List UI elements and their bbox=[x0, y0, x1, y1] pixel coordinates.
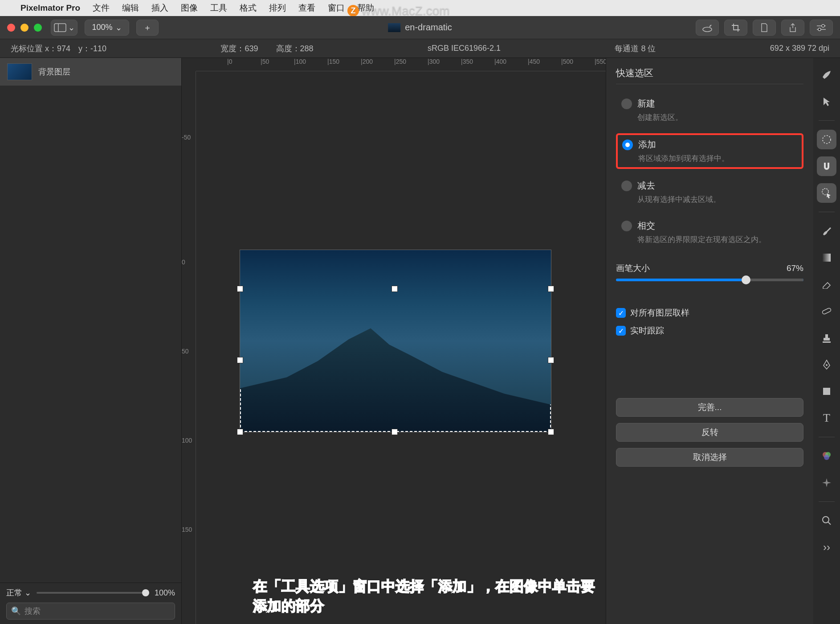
opacity-value: 100% bbox=[155, 588, 175, 598]
svg-point-6 bbox=[818, 28, 821, 31]
tool-repair[interactable] bbox=[817, 301, 836, 321]
bandage-icon bbox=[821, 307, 832, 316]
selection-mode-add[interactable]: 添加 将区域添加到现有选择中。 bbox=[616, 133, 803, 169]
document-title: en-dramatic bbox=[388, 22, 452, 33]
selection-mode-subtract[interactable]: 减去 从现有选择中减去区域。 bbox=[616, 175, 803, 209]
menu-view[interactable]: 查看 bbox=[298, 2, 315, 14]
deselect-button[interactable]: 取消选择 bbox=[616, 448, 803, 467]
blend-mode-dropdown[interactable]: 正常 ⌄ bbox=[6, 587, 31, 598]
layer-search-input[interactable]: 🔍 搜索 bbox=[6, 603, 175, 620]
layer-name: 背景图层 bbox=[38, 66, 70, 77]
tool-color-adjust[interactable] bbox=[817, 446, 836, 466]
selection-mode-intersect[interactable]: 相交 将新选区的界限限定在现有选区之内。 bbox=[616, 215, 803, 249]
svg-point-4 bbox=[822, 25, 824, 27]
tool-clone[interactable] bbox=[817, 328, 836, 348]
tool-marquee-select[interactable] bbox=[817, 130, 836, 149]
tool-gradient[interactable] bbox=[817, 248, 836, 267]
selection-handle[interactable] bbox=[548, 286, 554, 292]
marquee-icon bbox=[821, 134, 832, 145]
brush-size-slider[interactable] bbox=[616, 279, 803, 281]
selection-handle[interactable] bbox=[237, 357, 243, 363]
toggle-sidebar-button[interactable]: ⌄ bbox=[51, 20, 77, 36]
type-icon: T bbox=[823, 411, 830, 425]
share-icon bbox=[788, 23, 797, 33]
menu-file[interactable]: 文件 bbox=[93, 2, 110, 14]
selection-marquee bbox=[240, 323, 551, 432]
checkbox-icon: ✓ bbox=[616, 326, 626, 336]
app-menu[interactable]: Pixelmator Pro bbox=[20, 3, 80, 13]
tool-quick-select[interactable] bbox=[817, 183, 836, 203]
radio-icon bbox=[622, 140, 633, 150]
tool-styles[interactable] bbox=[817, 65, 836, 85]
stamp-icon bbox=[822, 333, 832, 343]
add-button[interactable]: ＋ bbox=[136, 20, 159, 36]
selection-handle[interactable] bbox=[548, 357, 554, 363]
menu-image[interactable]: 图像 bbox=[181, 2, 198, 14]
window-titlebar: ⌄ 100%⌄ ＋ en-dramatic bbox=[0, 16, 840, 39]
arrow-icon bbox=[822, 96, 831, 107]
tool-pen[interactable] bbox=[817, 355, 836, 374]
canvas-area[interactable]: |0 |50 |100 |150 |200 |250 |300 |350 |40… bbox=[182, 58, 606, 624]
sidebar-icon bbox=[54, 23, 66, 32]
menu-insert[interactable]: 插入 bbox=[151, 2, 168, 14]
export-button[interactable] bbox=[753, 20, 776, 36]
watermark-icon: Z bbox=[347, 5, 359, 16]
document-thumb-icon bbox=[388, 23, 400, 32]
paint-icon bbox=[821, 69, 832, 81]
svg-point-2 bbox=[703, 27, 712, 32]
sample-all-layers-checkbox[interactable]: ✓ 对所有图层取样 bbox=[616, 307, 803, 319]
tutorial-caption: 在「工具选项」窗口中选择「添加」，在图像中单击要添加的部分 bbox=[253, 577, 606, 616]
brush-size-label: 画笔大小 bbox=[616, 263, 650, 274]
svg-point-11 bbox=[826, 364, 828, 366]
svg-point-16 bbox=[823, 517, 829, 523]
invert-selection-button[interactable]: 反转 bbox=[616, 423, 803, 442]
layer-item[interactable]: 背景图层 bbox=[0, 58, 181, 86]
opacity-slider[interactable] bbox=[37, 592, 149, 594]
document-info-bar: 光标位置 x：974 y：-110 宽度：639 高度：288 sRGB IEC… bbox=[0, 39, 840, 58]
svg-point-7 bbox=[823, 135, 831, 144]
selection-mode-new[interactable]: 新建 创建新选区。 bbox=[616, 93, 803, 127]
window-controls bbox=[7, 24, 42, 32]
selection-handle[interactable] bbox=[237, 286, 243, 292]
sliders-icon bbox=[816, 24, 827, 32]
tool-zoom[interactable] bbox=[817, 511, 836, 530]
menu-edit[interactable]: 编辑 bbox=[122, 2, 139, 14]
svg-line-17 bbox=[828, 522, 831, 525]
color-picker-button[interactable] bbox=[696, 20, 719, 36]
zoom-window-button[interactable] bbox=[34, 24, 42, 32]
refine-selection-button[interactable]: 完善... bbox=[616, 398, 803, 417]
quick-select-icon bbox=[821, 187, 832, 199]
share-button[interactable] bbox=[781, 20, 804, 36]
tool-eraser[interactable] bbox=[817, 275, 836, 294]
svg-rect-12 bbox=[823, 388, 830, 395]
canvas-image[interactable] bbox=[240, 250, 551, 432]
menu-window[interactable]: 窗口 bbox=[328, 2, 345, 14]
vertical-ruler: -50 0 50 100 150 bbox=[182, 71, 196, 624]
zoom-icon bbox=[821, 515, 832, 526]
layer-thumbnail bbox=[7, 63, 32, 80]
menu-arrange[interactable]: 排列 bbox=[269, 2, 286, 14]
tool-type[interactable]: T bbox=[817, 408, 836, 428]
sparkle-icon bbox=[821, 477, 832, 488]
menu-format[interactable]: 格式 bbox=[240, 2, 257, 14]
tool-shape[interactable] bbox=[817, 382, 836, 401]
selection-handle[interactable] bbox=[391, 286, 398, 292]
zoom-dropdown[interactable]: 100%⌄ bbox=[85, 20, 129, 36]
tool-more[interactable]: ›› bbox=[817, 538, 836, 557]
crop-button[interactable] bbox=[724, 20, 747, 36]
tool-magnetic-select[interactable] bbox=[817, 156, 836, 176]
tool-effects[interactable] bbox=[817, 473, 836, 493]
pen-icon bbox=[822, 359, 832, 370]
tool-brush[interactable] bbox=[817, 221, 836, 241]
settings-button[interactable] bbox=[810, 20, 833, 36]
tool-arrange[interactable] bbox=[817, 92, 836, 111]
svg-rect-0 bbox=[54, 24, 66, 32]
menu-tools[interactable]: 工具 bbox=[210, 2, 227, 14]
chevron-right-icon: ›› bbox=[823, 541, 830, 554]
radio-icon bbox=[621, 181, 632, 191]
minimize-window-button[interactable] bbox=[20, 24, 29, 32]
tool-rail: T ›› bbox=[813, 58, 840, 624]
live-tracking-checkbox[interactable]: ✓ 实时跟踪 bbox=[616, 325, 803, 337]
close-window-button[interactable] bbox=[7, 24, 15, 32]
document-icon bbox=[760, 23, 769, 33]
